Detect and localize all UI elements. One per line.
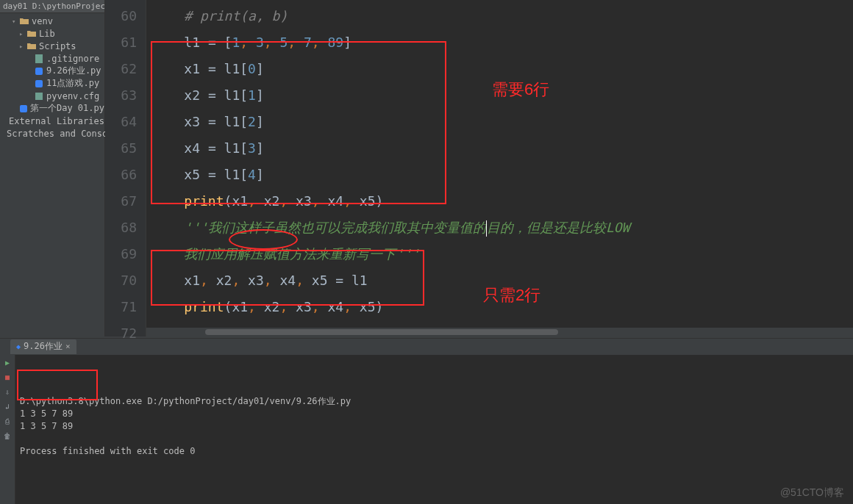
code-line[interactable]: x5 = l1[4] xyxy=(152,162,853,188)
soft-wrap-icon[interactable]: ↲ xyxy=(2,402,13,412)
code-token: x5 xyxy=(304,273,335,288)
code-token: 2 xyxy=(248,114,256,129)
code-token: , xyxy=(296,273,304,288)
editor-code[interactable]: 需要6行 只需2行 # print(a, b) l1 = [1, 3, 5, 7… xyxy=(146,0,853,336)
config-file-icon xyxy=(34,91,44,101)
code-token: x3 xyxy=(288,299,312,314)
tree-ext-libs[interactable]: External Libraries xyxy=(0,115,104,127)
tree-pyvenv[interactable]: pyvenv.cfg xyxy=(0,90,104,102)
code-line[interactable]: x2 = l1[1] xyxy=(152,82,853,109)
gutter-line-number: 64 xyxy=(105,109,146,135)
code-line[interactable]: x1, x2, x3, x4, x5 = l1 xyxy=(152,267,853,294)
tree-item-label: .gitignore xyxy=(46,54,99,64)
code-token xyxy=(248,35,256,50)
tree-926[interactable]: 9.26作业.py xyxy=(0,65,104,77)
code-token: 1 xyxy=(232,35,240,50)
tree-item-label: venv xyxy=(32,16,53,26)
watermark: @51CTO博客 xyxy=(780,486,844,500)
project-sidebar: day01 D:\pythonProject\da ▾venv▸Lib▸Scri… xyxy=(0,0,105,336)
code-token xyxy=(320,35,328,50)
code-token xyxy=(152,273,184,288)
code-line[interactable]: x4 = l1[3] xyxy=(152,135,853,162)
run-tab[interactable]: ◆ 9.26作业 × xyxy=(10,339,76,354)
code-line[interactable]: print(x1, x2, x3, x4, x5) xyxy=(152,294,853,320)
code-token: 我们应用 xyxy=(184,246,237,262)
scrollbar-thumb[interactable] xyxy=(205,329,558,335)
code-editor[interactable]: 60616263646566676869707172 需要6行 只需2行 # p… xyxy=(105,0,853,336)
gutter-line-number: 61 xyxy=(105,29,146,56)
trash-icon[interactable]: 🗑 xyxy=(2,431,13,442)
tree-arrow-icon: ▸ xyxy=(19,43,26,50)
code-token: l1 xyxy=(224,114,240,129)
tree-scripts[interactable]: ▸Scripts xyxy=(0,40,104,52)
code-token: ( xyxy=(224,299,232,314)
tree-lib[interactable]: ▸Lib xyxy=(0,27,104,40)
app-root: day01 D:\pythonProject\da ▾venv▸Lib▸Scri… xyxy=(0,0,853,504)
code-token: , xyxy=(232,273,240,288)
code-token: = xyxy=(208,87,224,103)
code-token: x3 xyxy=(184,114,208,129)
gutter-line-number: 69 xyxy=(105,241,146,267)
code-token: 3 xyxy=(248,140,256,156)
stop-icon[interactable]: ■ xyxy=(2,372,13,383)
code-token: l1 xyxy=(351,273,368,288)
code-token: 7 xyxy=(304,35,312,50)
down-icon[interactable]: ⇩ xyxy=(2,387,13,397)
code-line[interactable]: '''我们这样子虽然也可以完成我们取其中变量值的目的，但是还是比较LOW xyxy=(152,215,853,241)
project-tree[interactable]: ▾venv▸Lib▸Scripts.gitignore9.26作业.py11点游… xyxy=(0,13,104,140)
gutter-line-number: 72 xyxy=(105,320,146,347)
rerun-icon[interactable]: ▶ xyxy=(2,358,13,368)
code-token: = xyxy=(208,61,224,76)
code-token: x1 xyxy=(184,61,208,76)
close-icon[interactable]: × xyxy=(65,342,71,351)
code-token: , xyxy=(279,299,288,314)
code-line[interactable]: print(x1, x2, x3, x4, x5) xyxy=(152,188,853,215)
code-token: , xyxy=(248,193,256,209)
editor-horizontal-scrollbar[interactable] xyxy=(146,328,853,336)
code-token: , xyxy=(264,273,272,288)
code-line[interactable]: x1 = l1[0] xyxy=(152,56,853,82)
code-line[interactable]: 我们应用解压赋值方法来重新写一下''' xyxy=(152,241,853,267)
print-icon[interactable]: ⎙ xyxy=(2,417,13,427)
tree-gitignore[interactable]: .gitignore xyxy=(0,52,104,65)
tree-arrow-icon: ▾ xyxy=(12,18,19,25)
gutter-line-number: 67 xyxy=(105,188,146,215)
code-token: 我们这样子虽然也可以完成我们取其中变量值的 xyxy=(208,220,486,235)
tree-first-day[interactable]: 第一个Day 01.py xyxy=(0,102,104,115)
code-token: l1 xyxy=(184,35,208,50)
tree-venv[interactable]: ▾venv xyxy=(0,15,104,27)
tree-11game[interactable]: 11点游戏.py xyxy=(0,77,104,90)
code-token: ] xyxy=(343,35,351,50)
code-token: , xyxy=(200,273,208,288)
code-token: ] xyxy=(256,167,264,182)
upper-pane: day01 D:\pythonProject\da ▾venv▸Lib▸Scri… xyxy=(0,0,853,336)
code-line[interactable]: # print(a, b) xyxy=(152,3,853,29)
code-token: 解压赋值 xyxy=(237,246,290,262)
gutter-line-number: 70 xyxy=(105,267,146,294)
code-token: x5 xyxy=(351,193,376,209)
console-line: 1 3 5 7 89 xyxy=(20,420,849,433)
code-token: , xyxy=(312,193,320,209)
code-token: x1 xyxy=(232,193,248,209)
code-token: print xyxy=(184,193,224,209)
code-token: x2 xyxy=(208,273,232,288)
run-console[interactable]: D:\python3.8\python.exe D:/pythonProject… xyxy=(15,355,853,504)
svg-rect-4 xyxy=(20,105,27,112)
code-token: 5 xyxy=(279,35,288,50)
gutter-line-number: 68 xyxy=(105,215,146,241)
code-token: = xyxy=(208,35,224,50)
code-token xyxy=(152,87,184,103)
code-token: x3 xyxy=(240,273,264,288)
tree-scratches[interactable]: Scratches and Consoles xyxy=(0,127,104,140)
python-file-icon xyxy=(18,104,28,114)
code-token xyxy=(272,35,280,50)
code-token: x5 xyxy=(351,299,376,314)
code-token: l1 xyxy=(224,167,240,182)
code-token: , xyxy=(312,299,320,314)
code-token: x4 xyxy=(320,193,344,209)
code-line[interactable]: l1 = [1, 3, 5, 7, 89] xyxy=(152,29,853,56)
gutter-line-number: 60 xyxy=(105,3,146,29)
console-line: 1 3 5 7 89 xyxy=(20,408,849,420)
code-line[interactable]: x3 = l1[2] xyxy=(152,109,853,135)
console-line: D:\python3.8\python.exe D:/pythonProject… xyxy=(20,395,849,408)
